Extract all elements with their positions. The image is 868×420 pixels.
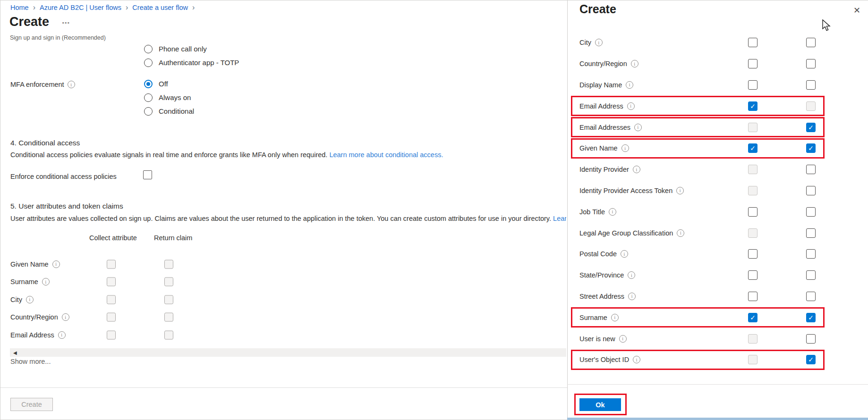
collect-attribute-checkbox[interactable] — [748, 313, 757, 322]
info-icon[interactable] — [633, 356, 640, 363]
return-claim-checkbox[interactable] — [164, 295, 173, 304]
horizontal-scrollbar[interactable] — [10, 348, 566, 357]
return-claim-checkbox[interactable] — [806, 59, 816, 68]
radio-button[interactable] — [144, 45, 153, 53]
breadcrumb-link[interactable]: Create a user flow — [132, 4, 188, 11]
return-claim-checkbox[interactable] — [806, 334, 816, 344]
info-icon[interactable] — [676, 187, 684, 194]
collect-attribute-checkbox[interactable] — [748, 143, 757, 153]
return-claim-checkbox[interactable] — [806, 143, 816, 153]
return-claim-checkbox[interactable] — [164, 330, 173, 339]
breadcrumb-link[interactable]: Azure AD B2C | User flows — [40, 4, 121, 11]
radio-label: Conditional — [159, 107, 194, 115]
return-claim-checkbox[interactable] — [806, 270, 816, 280]
return-claim-checkbox[interactable] — [164, 277, 173, 286]
create-user-flow-page: Home Azure AD B2C | User flows Create a … — [0, 0, 868, 420]
ok-button[interactable]: Ok — [579, 398, 621, 411]
info-icon[interactable] — [42, 278, 50, 286]
collect-attribute-checkbox[interactable] — [107, 295, 116, 304]
return-claim-checkbox[interactable] — [806, 101, 816, 111]
info-icon[interactable] — [68, 81, 75, 88]
return-claim-checkbox[interactable] — [806, 355, 816, 364]
collect-attribute-checkbox[interactable] — [748, 355, 757, 364]
attribute-label: Identity Provider — [579, 166, 640, 173]
collect-attribute-checkbox[interactable] — [748, 292, 757, 301]
collect-attribute-checkbox[interactable] — [107, 260, 116, 269]
info-icon[interactable] — [626, 81, 633, 89]
info-icon[interactable] — [628, 271, 635, 279]
collect-attribute-checkbox[interactable] — [748, 165, 757, 174]
return-claim-checkbox[interactable] — [806, 207, 816, 217]
radio-button[interactable] — [144, 107, 153, 116]
learn-more-link-truncated[interactable]: Learn — [553, 215, 566, 222]
collect-attribute-checkbox[interactable] — [748, 38, 757, 47]
attribute-label: Country/Region — [10, 313, 69, 321]
collect-attribute-checkbox[interactable] — [107, 330, 116, 339]
info-icon[interactable] — [58, 331, 66, 339]
return-claim-checkbox[interactable] — [806, 80, 816, 90]
return-claim-checkbox[interactable] — [806, 249, 816, 259]
mfa-enforcement-options: Off Always on Conditional — [144, 77, 342, 118]
return-claim-checkbox[interactable] — [806, 228, 816, 238]
info-icon[interactable] — [595, 39, 603, 46]
ellipsis-menu-icon[interactable]: ⋯ — [62, 18, 70, 27]
collect-attribute-checkbox[interactable] — [748, 186, 757, 195]
attribute-label: Identity Provider Access Token — [579, 187, 684, 194]
breadcrumb-link[interactable]: Home — [10, 4, 29, 11]
return-claim-checkbox[interactable] — [806, 313, 816, 322]
attribute-label: User is new — [579, 335, 627, 343]
info-icon[interactable] — [621, 250, 628, 258]
attribute-label: Display Name — [579, 81, 633, 89]
collect-attribute-checkbox[interactable] — [107, 277, 116, 286]
return-claim-checkbox[interactable] — [806, 292, 816, 301]
panel-title: Create — [579, 2, 616, 16]
collect-attribute-checkbox[interactable] — [748, 80, 757, 90]
info-icon[interactable] — [609, 208, 616, 216]
attribute-row: Given Name — [567, 138, 868, 159]
return-claim-checkbox[interactable] — [806, 165, 816, 174]
collect-attribute-checkbox[interactable] — [748, 228, 757, 238]
scroll-left-icon[interactable] — [13, 350, 17, 355]
return-claim-checkbox[interactable] — [806, 123, 816, 132]
collect-attribute-checkbox[interactable] — [748, 270, 757, 280]
attribute-row: Legal Age Group Classification — [567, 222, 868, 244]
info-icon[interactable] — [631, 60, 638, 67]
return-claim-checkbox[interactable] — [164, 313, 173, 322]
info-icon[interactable] — [621, 144, 629, 152]
attribute-row: User's Object ID — [567, 349, 868, 370]
radio-button[interactable] — [144, 80, 153, 88]
info-icon[interactable] — [52, 260, 60, 268]
info-icon[interactable] — [611, 314, 619, 321]
close-icon[interactable] — [853, 5, 860, 16]
info-icon[interactable] — [677, 229, 684, 237]
return-claim-checkbox[interactable] — [164, 260, 173, 269]
attribute-label: Email Addresses — [579, 124, 642, 131]
create-button[interactable]: Create — [10, 398, 53, 411]
info-icon[interactable] — [619, 335, 627, 343]
info-icon[interactable] — [26, 296, 34, 303]
info-icon[interactable] — [628, 293, 636, 300]
collect-attribute-checkbox[interactable] — [748, 59, 757, 68]
collect-attribute-checkbox[interactable] — [748, 207, 757, 217]
return-claim-checkbox[interactable] — [806, 38, 816, 47]
info-icon[interactable] — [62, 313, 69, 321]
attribute-label: Job Title — [579, 208, 616, 216]
info-icon[interactable] — [633, 166, 640, 173]
collect-attribute-checkbox[interactable] — [748, 249, 757, 259]
collect-attribute-checkbox[interactable] — [748, 334, 757, 344]
return-claim-checkbox[interactable] — [806, 186, 816, 195]
column-header-return-claim: Return claim — [154, 234, 192, 242]
radio-button[interactable] — [144, 59, 153, 67]
info-icon[interactable] — [634, 124, 642, 131]
attribute-row: Display Name — [567, 75, 868, 96]
attribute-row: User is new — [567, 328, 868, 349]
collect-attribute-checkbox[interactable] — [748, 101, 757, 111]
learn-more-link[interactable]: Learn more about conditional access. — [329, 151, 443, 159]
collect-attribute-checkbox[interactable] — [107, 313, 116, 322]
enforce-policies-checkbox[interactable] — [143, 170, 152, 179]
collect-attribute-checkbox[interactable] — [748, 123, 757, 132]
table-row: Given Name — [0, 255, 293, 273]
show-more-link[interactable]: Show more... — [10, 358, 51, 365]
info-icon[interactable] — [627, 102, 635, 110]
radio-button[interactable] — [144, 93, 153, 102]
